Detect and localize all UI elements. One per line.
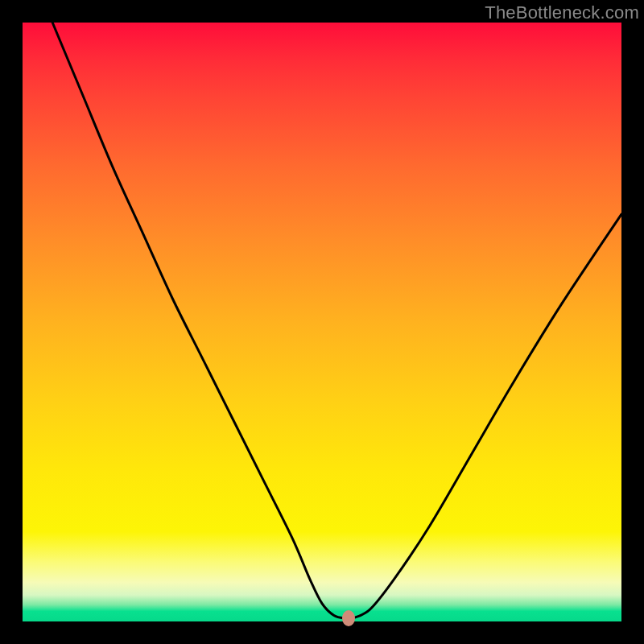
optimum-marker xyxy=(342,610,355,626)
bottleneck-curve xyxy=(23,23,621,621)
plot-area xyxy=(23,23,621,621)
chart-frame: TheBottleneck.com xyxy=(0,0,644,644)
watermark-text: TheBottleneck.com xyxy=(485,2,639,23)
